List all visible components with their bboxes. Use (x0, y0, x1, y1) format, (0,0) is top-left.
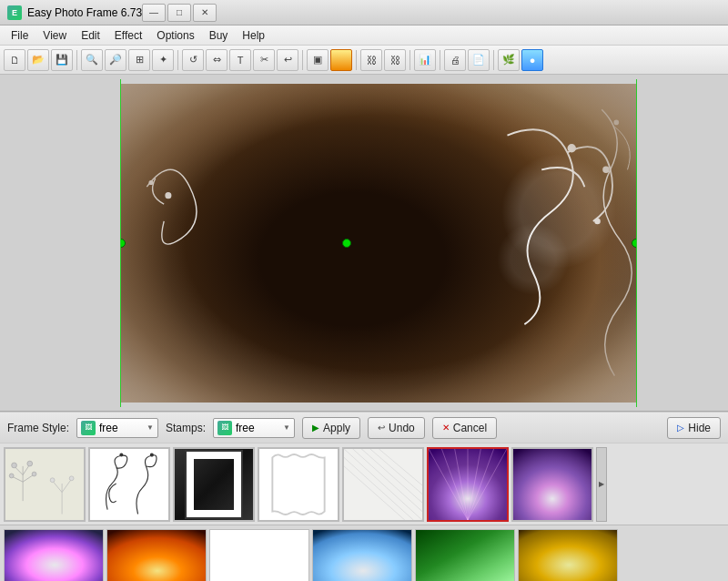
thumbnail-bottom-2[interactable] (106, 529, 207, 581)
link2-button[interactable]: ⛓ (384, 49, 406, 71)
hide-button[interactable]: ▷ Hide (667, 417, 721, 439)
thumbnail-6[interactable] (427, 447, 509, 522)
hide-label: Hide (688, 422, 711, 434)
control-strip: Frame Style: 🖼 free ▼ Stamps: 🖼 free ▼ ▶… (0, 412, 728, 443)
sep1 (76, 50, 77, 70)
thumbnail-5[interactable] (342, 447, 424, 522)
svg-rect-51 (416, 530, 515, 581)
zoom-out-button[interactable]: 🔎 (105, 49, 126, 71)
thumbnail-3[interactable] (173, 447, 255, 522)
thumbnail-bottom-4[interactable] (312, 529, 412, 581)
undo-action-button[interactable]: ↩ Undo (368, 417, 425, 439)
bg-button[interactable]: ▣ (307, 49, 329, 71)
svg-point-14 (9, 474, 14, 478)
svg-rect-47 (107, 530, 207, 581)
cancel-icon: ✕ (442, 423, 450, 433)
rotate-button[interactable]: ↺ (182, 49, 204, 71)
thumbnail-2[interactable] (88, 447, 170, 522)
svg-point-12 (12, 463, 17, 468)
frame-style-select[interactable]: 🖼 free ▼ (76, 418, 158, 438)
menu-bar: File View Edit Effect Options Buy Help (0, 25, 728, 46)
menu-options[interactable]: Options (149, 27, 201, 44)
guide-line-right (636, 79, 637, 407)
title-bar: E Easy Photo Frame 6.73 — □ ✕ (0, 0, 728, 25)
hide-icon: ▷ (677, 423, 684, 433)
apply-icon: ▶ (312, 423, 319, 433)
maximize-button[interactable]: □ (167, 4, 191, 22)
svg-rect-6 (5, 448, 84, 519)
zoom-fit-button[interactable]: ⊞ (128, 49, 150, 71)
undo-label: Undo (389, 422, 415, 434)
thumbnail-4[interactable] (258, 447, 339, 522)
zoom-in-button[interactable]: 🔍 (81, 49, 103, 71)
print-button[interactable]: 🖨 (444, 49, 466, 71)
window-title: Easy Photo Frame 6.73 (27, 6, 142, 19)
menu-help[interactable]: Help (235, 27, 272, 44)
crop-button[interactable]: ✂ (253, 49, 275, 71)
control-point-center[interactable] (342, 239, 351, 248)
control-point-right[interactable] (632, 239, 636, 248)
chart-button[interactable]: 📊 (414, 49, 436, 71)
menu-effect[interactable]: Effect (107, 27, 149, 44)
frame-overlay (121, 84, 636, 403)
frame-style-value: free (99, 422, 147, 434)
svg-rect-45 (5, 530, 104, 581)
frame-style-label: Frame Style: (7, 422, 69, 434)
link1-button[interactable]: ⛓ (360, 49, 382, 71)
minimize-button[interactable]: — (142, 4, 166, 22)
svg-point-20 (69, 475, 74, 480)
thumbnail-7[interactable] (511, 447, 593, 522)
web1-button[interactable]: 🌿 (498, 49, 520, 71)
sep2 (177, 50, 178, 70)
canvas-inner (0, 75, 728, 411)
svg-rect-48 (210, 530, 309, 581)
sep6 (440, 50, 440, 70)
cancel-label: Cancel (453, 422, 487, 434)
stamps-arrow: ▼ (283, 423, 290, 432)
thumbnail-bottom-6[interactable] (518, 529, 618, 581)
sep3 (302, 50, 303, 70)
frame-style-arrow: ▼ (147, 423, 154, 432)
menu-edit[interactable]: Edit (74, 27, 107, 44)
svg-rect-43 (513, 448, 592, 519)
white-frame (187, 452, 241, 517)
thumbnail-bottom-1[interactable] (4, 529, 104, 581)
thumbnails-scroll-right[interactable]: ▶ (596, 447, 607, 522)
svg-point-22 (120, 454, 123, 456)
menu-view[interactable]: View (35, 27, 74, 44)
menu-file[interactable]: File (4, 27, 35, 44)
thumbnail-bottom-5[interactable] (415, 529, 515, 581)
web2-button[interactable]: ● (521, 49, 543, 71)
photo-container (55, 79, 673, 407)
sep7 (493, 50, 494, 70)
svg-point-23 (150, 454, 153, 456)
svg-rect-53 (519, 530, 618, 581)
save-button[interactable]: 💾 (51, 49, 73, 71)
stamps-select[interactable]: 🖼 free ▼ (213, 418, 295, 438)
thumbnail-bottom-3[interactable] (209, 529, 309, 581)
thumbnail-1[interactable] (4, 447, 86, 522)
flip-button[interactable]: ⇔ (206, 49, 228, 71)
text-button[interactable]: T (229, 49, 251, 71)
zoom-actual-button[interactable]: ✦ (152, 49, 174, 71)
thumbnails-bottom (0, 525, 728, 581)
open-button[interactable]: 📂 (27, 49, 49, 71)
new-button[interactable]: 🗋 (4, 49, 25, 71)
stamps-label: Stamps: (166, 422, 206, 434)
toolbar: 🗋 📂 💾 🔍 🔎 ⊞ ✦ ↺ ⇔ T ✂ ↩ ▣ ⛓ ⛓ 📊 🖨 📄 🌿 ● (0, 46, 728, 75)
color-button[interactable] (330, 49, 352, 71)
stamps-icon: 🖼 (217, 421, 232, 435)
sep4 (356, 50, 357, 70)
apply-button[interactable]: ▶ Apply (302, 417, 360, 439)
undo-button[interactable]: ↩ (277, 49, 298, 71)
canvas-area[interactable] (0, 75, 728, 412)
cancel-button[interactable]: ✕ Cancel (432, 417, 497, 439)
svg-point-15 (32, 472, 36, 476)
close-button[interactable]: ✕ (193, 4, 217, 22)
print2-button[interactable]: 📄 (468, 49, 490, 71)
svg-rect-50 (313, 530, 412, 581)
menu-buy[interactable]: Buy (202, 27, 236, 44)
svg-point-13 (27, 461, 33, 466)
apply-label: Apply (323, 422, 350, 434)
thumbnails-top: ▶ (0, 443, 728, 525)
